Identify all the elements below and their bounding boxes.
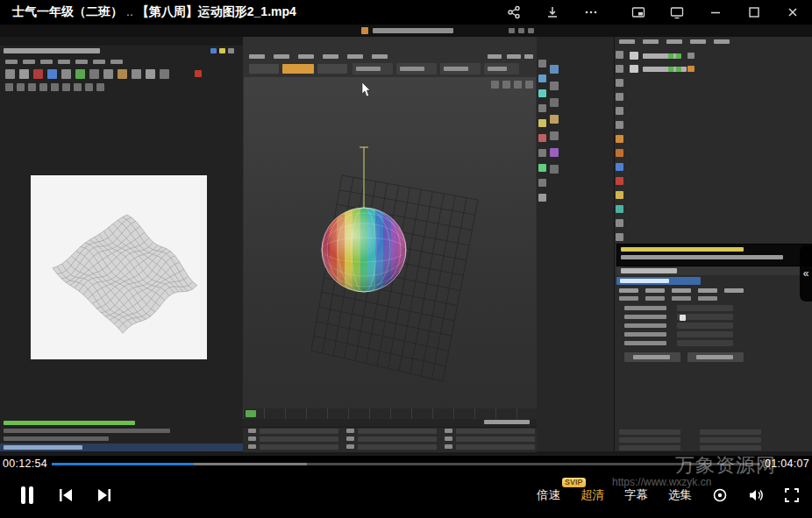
viewport-menu-text	[249, 54, 265, 59]
coordinate-field	[700, 437, 761, 443]
pip-button[interactable]	[619, 0, 658, 25]
attribute-tab	[645, 296, 665, 301]
recorded-titlebar-icon	[528, 28, 534, 33]
progress-row: 00:12:54 01:04:07	[0, 456, 812, 472]
window-titlebar: 士气一年级（二班） .. 【第八周】运动图形2_1.mp4	[0, 0, 812, 25]
panel-menu-text	[643, 39, 659, 44]
menu-item-text	[93, 60, 105, 64]
progress-bar[interactable]	[52, 463, 760, 465]
side-panel-handle[interactable]: «	[800, 245, 812, 302]
c4d-timeline	[243, 408, 537, 419]
toolbar-icon	[103, 69, 113, 79]
download-button[interactable]	[533, 0, 572, 25]
c4d-3d-viewport	[244, 77, 536, 408]
share-button[interactable]	[495, 0, 533, 25]
visibility-dot	[668, 67, 673, 72]
total-time: 01:04:07	[765, 458, 809, 470]
menu-item-text	[40, 60, 53, 64]
palette-icon	[538, 149, 546, 157]
side-palette-icon	[616, 191, 623, 199]
playback-speed-button[interactable]: 倍速	[537, 487, 560, 503]
side-palette-icon	[616, 219, 623, 227]
volume-icon	[748, 487, 764, 503]
viewport-menu-text	[488, 54, 502, 59]
selected-row-text	[620, 279, 669, 283]
palette-icon	[538, 104, 546, 112]
minimize-icon	[709, 5, 723, 19]
render-preview-canvas	[31, 175, 207, 359]
tooltip-text	[621, 247, 744, 252]
quality-label: 超清	[581, 487, 604, 503]
attribute-tab	[724, 288, 744, 293]
dropdown-text	[400, 67, 424, 71]
toolbar-icon	[19, 69, 29, 79]
menu-item-text	[58, 60, 70, 64]
attribute-tab	[672, 288, 691, 293]
cast-icon	[670, 5, 684, 19]
property-label	[624, 306, 666, 310]
picture-viewer-title	[4, 48, 100, 53]
pause-button[interactable]	[19, 486, 35, 505]
status-text	[4, 445, 82, 450]
next-button[interactable]	[96, 487, 112, 503]
property-label	[624, 315, 666, 319]
quality-button[interactable]: SVIP 超清	[581, 487, 604, 503]
close-button[interactable]	[773, 0, 812, 25]
side-palette-icon	[616, 149, 623, 157]
toolbar-icon	[33, 69, 43, 79]
toolbar-icon	[51, 83, 59, 91]
side-palette-icon	[616, 205, 623, 213]
tooltip-text	[621, 255, 783, 259]
previous-button[interactable]	[58, 487, 74, 503]
volume-button[interactable]	[748, 487, 764, 503]
coordinate-label	[445, 444, 452, 449]
skip-next-icon	[96, 487, 112, 503]
palette-icon	[550, 65, 559, 74]
object-icon	[630, 52, 638, 60]
toolbar-icon	[5, 69, 15, 79]
cast-button[interactable]	[658, 0, 696, 25]
view-control-icon	[502, 81, 510, 89]
episodes-button[interactable]: 选集	[668, 487, 692, 503]
more-button[interactable]	[572, 0, 610, 25]
viewport-status-text	[484, 420, 530, 424]
toolbar-icon	[39, 83, 47, 91]
view-control-icon	[491, 81, 499, 89]
attribute-tab	[698, 296, 717, 301]
toolbar-icon	[17, 83, 25, 91]
visibility-dot	[676, 67, 681, 72]
fullscreen-button[interactable]	[784, 487, 800, 503]
collapse-chevron-icon: «	[803, 267, 809, 280]
palette-icon	[538, 75, 546, 82]
side-palette-icon	[616, 177, 623, 185]
palette-icon	[538, 134, 546, 142]
coordinate-field	[358, 429, 437, 434]
target-button[interactable]	[712, 487, 728, 503]
panel-menu-text	[666, 39, 682, 44]
minimize-button[interactable]	[696, 0, 735, 25]
property-field	[677, 323, 733, 329]
viewport-menu-text	[507, 54, 521, 59]
video-player-window: 士气一年级（二班） .. 【第八周】运动图形2_1.mp4	[0, 0, 812, 518]
console-log-text	[4, 421, 135, 425]
video-frame: «	[0, 25, 812, 456]
coordinate-field	[358, 444, 437, 450]
toolbar-icon	[75, 69, 85, 79]
viewport-menu-text	[372, 54, 388, 59]
toolbar-icon	[74, 83, 82, 91]
attribute-tab	[698, 288, 717, 293]
current-time: 00:12:54	[3, 458, 47, 470]
object-tag-icon	[687, 66, 694, 72]
palette-icon	[538, 164, 546, 172]
toolbar-icon	[62, 83, 70, 91]
maximize-button[interactable]	[735, 0, 773, 25]
palette-icon	[550, 131, 559, 140]
side-palette-icon	[616, 65, 623, 73]
viewport-menu-text	[298, 54, 314, 59]
viewport-button	[317, 64, 347, 74]
subtitles-button[interactable]: 字幕	[624, 487, 648, 503]
coordinate-field	[619, 429, 680, 435]
side-palette-icon	[616, 121, 623, 129]
palette-icon	[550, 98, 559, 107]
progress-played	[52, 463, 194, 465]
